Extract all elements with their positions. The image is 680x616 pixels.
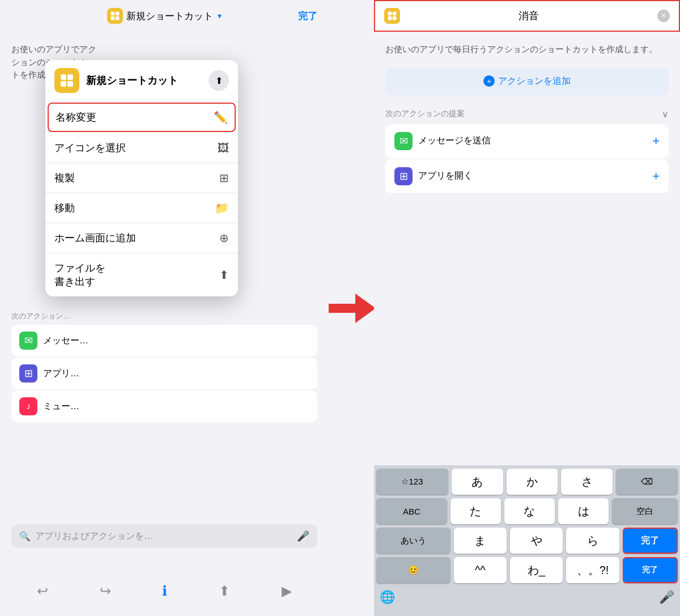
menu-label-homescreen: ホーム画面に追加 bbox=[54, 231, 136, 245]
mic-icon-right[interactable]: 🎤 bbox=[659, 590, 674, 605]
menu-label-duplicate: 複製 bbox=[54, 171, 75, 185]
menu-label-icon: アイコンを選択 bbox=[54, 141, 126, 155]
menu-item-homescreen[interactable]: ホーム画面に追加 ⊕ bbox=[45, 223, 238, 253]
suggestion-label-apps: アプリを開く bbox=[418, 170, 647, 182]
mic-icon-left[interactable]: 🎤 bbox=[297, 530, 309, 542]
action-label-music-left: ミュー… bbox=[43, 401, 79, 413]
keyboard-row-3: あいう ま や ら 完了 bbox=[376, 528, 678, 554]
suggestions-chevron-icon[interactable]: ∨ bbox=[662, 109, 669, 120]
suggestion-label-messages: メッセージを送信 bbox=[418, 135, 647, 147]
share-nav-button[interactable]: ⬆ bbox=[219, 583, 230, 599]
key-punct[interactable]: 、。?! bbox=[566, 557, 619, 583]
done-button-left[interactable]: 完了 bbox=[298, 10, 317, 23]
menu-item-export[interactable]: ファイルを書き出す ⬆ bbox=[45, 253, 238, 296]
apps-icon-right: ⊞ bbox=[394, 167, 413, 185]
menu-item-rename[interactable]: 名称変更 ✏️ bbox=[48, 103, 236, 132]
action-label-apps-left: アプリ… bbox=[43, 368, 79, 380]
right-panel: ✕ お使いのアプリで毎日行うアクションのショートカットを作成します。 + アクシ… bbox=[374, 0, 680, 616]
share-button[interactable]: ⬆ bbox=[209, 70, 229, 91]
keyboard-row-4: 😊 ^^ わ_ 、。?! 完了 bbox=[376, 557, 678, 583]
key-ya[interactable]: や bbox=[510, 528, 563, 554]
svg-rect-8 bbox=[388, 12, 392, 16]
key-abc[interactable]: ABC bbox=[376, 498, 447, 524]
search-bar-left[interactable]: 🔍 アプリおよびアクションを… 🎤 bbox=[11, 524, 317, 548]
svg-rect-5 bbox=[67, 74, 73, 80]
music-icon: ♪ bbox=[19, 397, 37, 415]
key-hat[interactable]: ^^ bbox=[454, 557, 507, 583]
add-action-button[interactable]: + アクションを追加 bbox=[385, 67, 669, 95]
key-na[interactable]: な bbox=[504, 498, 555, 524]
action-row-messages-left[interactable]: ✉ メッセー… bbox=[11, 325, 317, 356]
key-done[interactable]: 完了 bbox=[623, 528, 678, 554]
add-messages-button[interactable]: + bbox=[652, 134, 660, 148]
key-ma[interactable]: ま bbox=[454, 528, 507, 554]
key-space[interactable]: 空白 bbox=[612, 498, 678, 524]
key-a[interactable]: あ bbox=[452, 469, 503, 495]
keyboard: ☆123 あ か さ ⌫ ABC た な は 空白 あいう ま や ら 完了 bbox=[374, 465, 680, 616]
share-icon: ⬆ bbox=[215, 75, 223, 86]
left-panel: 新規ショートカット ▾ 完了 お使いのアプリでアクションのショートカットを作成し… bbox=[0, 0, 329, 616]
suggestion-row-apps[interactable]: ⊞ アプリを開く + bbox=[385, 159, 669, 193]
key-delete[interactable]: ⌫ bbox=[616, 469, 678, 495]
menu-item-move[interactable]: 移動 📁 bbox=[45, 193, 238, 223]
svg-rect-3 bbox=[116, 16, 120, 20]
key-ka[interactable]: か bbox=[507, 469, 558, 495]
search-icon-left: 🔍 bbox=[19, 531, 31, 542]
action-rows-left: 次のアクション… ✉ メッセー… ⊞ アプリ… ♪ ミュー… bbox=[11, 311, 317, 423]
key-wa[interactable]: わ_ bbox=[510, 557, 563, 583]
key-ha[interactable]: は bbox=[558, 498, 609, 524]
globe-icon[interactable]: 🌐 bbox=[380, 590, 395, 605]
key-sa[interactable]: さ bbox=[561, 469, 613, 495]
svg-rect-9 bbox=[393, 12, 397, 16]
plus-circle-icon: + bbox=[483, 75, 495, 87]
action-row-apps-left[interactable]: ⊞ アプリ… bbox=[11, 358, 317, 389]
pencil-icon: ✏️ bbox=[214, 111, 228, 124]
key-aiuu[interactable]: あいう bbox=[376, 528, 450, 554]
image-icon: 🖼 bbox=[218, 142, 229, 155]
title-group: 新規ショートカット ▾ bbox=[107, 8, 222, 24]
svg-rect-7 bbox=[67, 81, 73, 87]
shortcuts-icon bbox=[107, 8, 123, 24]
folder-icon: 📁 bbox=[215, 201, 229, 215]
left-body: お使いのアプリでアクションのショートカットを作成します。 新規ショートカット ⬆ bbox=[0, 32, 329, 82]
dropdown-title: 新規ショートカット bbox=[86, 74, 202, 87]
key-ra[interactable]: ら bbox=[566, 528, 619, 554]
clear-icon: ✕ bbox=[661, 12, 666, 20]
svg-rect-11 bbox=[393, 16, 397, 20]
svg-rect-1 bbox=[116, 12, 120, 16]
redo-button[interactable]: ↪ bbox=[100, 583, 111, 599]
right-description: お使いのアプリで毎日行うアクションのショートカットを作成します。 bbox=[385, 43, 669, 56]
action-row-music-left[interactable]: ♪ ミュー… bbox=[11, 390, 317, 422]
menu-item-duplicate[interactable]: 複製 ⊞ bbox=[45, 163, 238, 193]
top-bar-right: ✕ bbox=[374, 0, 680, 32]
shortcuts-icon-right bbox=[384, 8, 400, 24]
messages-icon: ✉ bbox=[19, 332, 37, 350]
key-done-2[interactable]: 完了 bbox=[623, 557, 678, 583]
clear-button-right[interactable]: ✕ bbox=[657, 10, 670, 22]
chevron-down-icon[interactable]: ▾ bbox=[218, 11, 222, 20]
add-square-icon: ⊕ bbox=[219, 231, 229, 245]
undo-button[interactable]: ↩ bbox=[37, 583, 48, 599]
suggestions-header: 次のアクションの提案 ∨ bbox=[385, 109, 669, 120]
key-emoji[interactable]: 😊 bbox=[376, 557, 450, 583]
add-action-label: アクションを追加 bbox=[498, 75, 571, 87]
export-icon: ⬆ bbox=[219, 268, 229, 282]
key-ta[interactable]: た bbox=[450, 498, 501, 524]
menu-item-icon[interactable]: アイコンを選択 🖼 bbox=[45, 133, 238, 163]
info-button[interactable]: ℹ bbox=[162, 583, 167, 599]
keyboard-rows: ☆123 あ か さ ⌫ ABC た な は 空白 あいう ま や ら 完了 bbox=[374, 465, 680, 583]
play-button[interactable]: ▶ bbox=[282, 583, 292, 599]
left-title: 新規ショートカット bbox=[126, 10, 213, 23]
action-section-title-left: 次のアクション… bbox=[11, 311, 317, 321]
action-label-messages-left: メッセー… bbox=[43, 335, 88, 347]
add-apps-button[interactable]: + bbox=[652, 169, 660, 184]
messages-icon-right: ✉ bbox=[394, 132, 413, 150]
suggestion-row-messages[interactable]: ✉ メッセージを送信 + bbox=[385, 124, 669, 158]
right-body: お使いのアプリで毎日行うアクションのショートカットを作成します。 + アクション… bbox=[374, 32, 680, 206]
svg-rect-0 bbox=[111, 12, 115, 16]
title-input-right[interactable] bbox=[406, 10, 652, 22]
svg-rect-2 bbox=[111, 16, 115, 20]
menu-label-rename: 名称変更 bbox=[56, 111, 96, 124]
key-123[interactable]: ☆123 bbox=[376, 469, 448, 495]
arrow-container bbox=[329, 0, 374, 616]
